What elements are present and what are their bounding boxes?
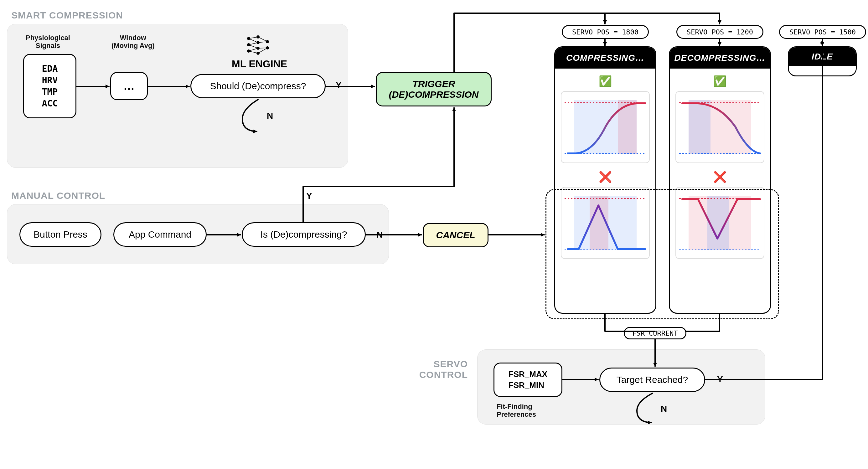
section-title-servo: SERVO CONTROL [408, 359, 468, 380]
fsr-max: FSR_MAX [508, 370, 547, 379]
svg-line-12 [249, 45, 258, 48]
svg-line-10 [249, 38, 258, 42]
svg-rect-28 [689, 100, 711, 154]
diagram-root: SMART COMPRESSION Physiological Signals … [0, 0, 868, 469]
svg-line-14 [249, 51, 258, 53]
node-fsr-bounds: FSR_MAX FSR_MIN [494, 363, 562, 397]
fsr-min: FSR_MIN [508, 380, 544, 390]
yn-servo-n: N [661, 404, 667, 414]
mini-chart-compress-ok [561, 91, 650, 163]
svg-line-11 [249, 42, 258, 45]
fsr-current-pill: FSR_CURRENT [624, 327, 686, 339]
servo-pos-compressing: SERVO_POS = 1800 [562, 25, 649, 39]
state-card-idle: IDLE [788, 46, 857, 76]
node-signal-list: EDA HRV TMP ACC [23, 54, 76, 118]
fail-charts-group [546, 189, 779, 319]
status-fail-icon: ❌ [561, 170, 650, 183]
node-button-press: Button Press [20, 222, 101, 247]
node-is-decompressing: Is (De)compressing? [242, 222, 366, 247]
status-ok-icon-2: ✅ [675, 75, 764, 87]
state-header-decompressing: DECOMPRESSING… [670, 47, 770, 69]
svg-line-13 [249, 48, 258, 51]
state-header-idle: IDLE [789, 47, 856, 66]
node-window: … [110, 72, 148, 100]
signal-tmp: TMP [42, 87, 58, 97]
signal-eda: EDA [42, 64, 58, 74]
svg-line-17 [258, 48, 268, 48]
status-ok-icon: ✅ [561, 75, 650, 87]
node-app-command: App Command [113, 222, 207, 247]
status-fail-icon-2: ❌ [675, 170, 764, 183]
svg-line-9 [249, 37, 258, 38]
label-phys-signals: Physiological Signals [26, 34, 70, 50]
yn-smart-y: Y [336, 80, 342, 90]
node-trigger: TRIGGER (DE)COMPRESSION [376, 72, 492, 106]
node-should-decompress: Should (De)compress? [190, 74, 326, 98]
yn-smart-n: N [267, 111, 273, 121]
yn-servo-y: Y [717, 374, 723, 384]
mini-chart-decompress-ok [675, 91, 764, 163]
neural-net-icon [246, 34, 271, 56]
label-window: Window (Moving Avg) [112, 34, 155, 50]
node-cancel: CANCEL [423, 223, 489, 247]
label-ml-engine: ML ENGINE [232, 58, 287, 70]
section-title-smart: SMART COMPRESSION [11, 10, 123, 21]
svg-line-15 [258, 37, 268, 42]
signal-hrv: HRV [42, 75, 58, 86]
node-target-reached: Target Reached? [599, 368, 705, 392]
yn-manual-y: Y [306, 191, 312, 201]
section-title-manual: MANUAL CONTROL [11, 190, 105, 201]
servo-pos-decompressing: SERVO_POS = 1200 [676, 25, 764, 39]
servo-pos-idle: SERVO_POS = 1500 [779, 25, 866, 39]
signal-acc: ACC [42, 98, 58, 108]
label-fit-prefs: Fit-Finding Preferences [497, 403, 536, 418]
yn-manual-n: N [376, 230, 383, 240]
state-header-compressing: COMPRESSING… [555, 47, 655, 69]
